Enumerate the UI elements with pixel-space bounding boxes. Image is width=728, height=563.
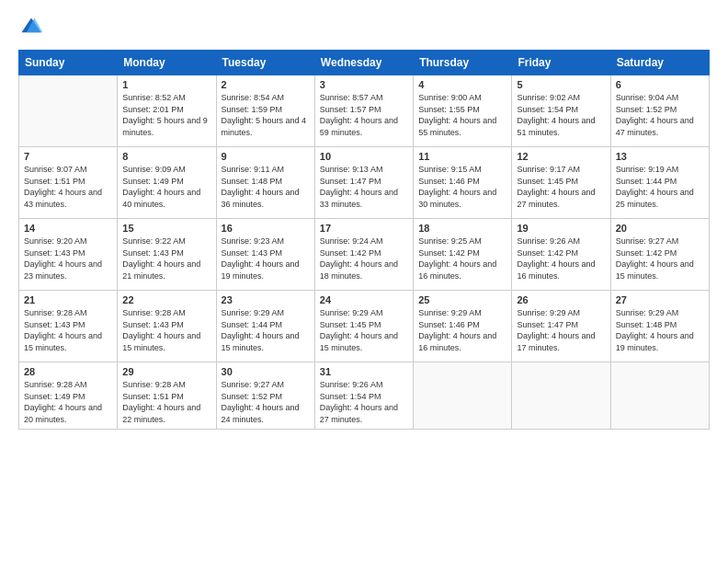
calendar-cell: 17Sunrise: 9:24 AMSunset: 1:42 PMDayligh…	[314, 219, 413, 291]
calendar-cell: 9Sunrise: 9:11 AMSunset: 1:48 PMDaylight…	[216, 147, 314, 219]
calendar-day-header: Monday	[118, 51, 216, 75]
cell-info: Sunrise: 8:57 AMSunset: 1:57 PMDaylight:…	[320, 92, 408, 138]
calendar-cell: 11Sunrise: 9:15 AMSunset: 1:46 PMDayligh…	[414, 147, 512, 219]
cell-info: Sunrise: 9:27 AMSunset: 1:52 PMDaylight:…	[222, 379, 310, 425]
day-number: 5	[517, 79, 605, 90]
calendar-day-header: Sunday	[19, 51, 118, 75]
calendar-cell: 24Sunrise: 9:29 AMSunset: 1:45 PMDayligh…	[314, 291, 413, 362]
cell-info: Sunrise: 9:17 AMSunset: 1:45 PMDaylight:…	[517, 164, 605, 210]
cell-info: Sunrise: 9:22 AMSunset: 1:43 PMDaylight:…	[122, 236, 210, 282]
day-number: 19	[517, 223, 605, 234]
calendar-week-row: 14Sunrise: 9:20 AMSunset: 1:43 PMDayligh…	[19, 219, 710, 291]
cell-info: Sunrise: 9:25 AMSunset: 1:42 PMDaylight:…	[418, 236, 506, 282]
calendar-cell: 13Sunrise: 9:19 AMSunset: 1:44 PMDayligh…	[610, 147, 709, 219]
day-number: 31	[320, 366, 408, 377]
calendar-cell: 19Sunrise: 9:26 AMSunset: 1:42 PMDayligh…	[512, 219, 610, 291]
day-number: 26	[517, 294, 605, 305]
logo-icon	[18, 15, 44, 40]
day-number: 20	[616, 223, 704, 234]
cell-info: Sunrise: 9:15 AMSunset: 1:46 PMDaylight:…	[418, 164, 506, 210]
cell-info: Sunrise: 9:13 AMSunset: 1:47 PMDaylight:…	[320, 164, 408, 210]
calendar-cell: 20Sunrise: 9:27 AMSunset: 1:42 PMDayligh…	[610, 219, 709, 291]
cell-info: Sunrise: 9:20 AMSunset: 1:43 PMDaylight:…	[24, 236, 112, 282]
cell-info: Sunrise: 8:52 AMSunset: 2:01 PMDaylight:…	[122, 92, 210, 138]
logo	[18, 15, 48, 40]
calendar-cell: 7Sunrise: 9:07 AMSunset: 1:51 PMDaylight…	[19, 147, 118, 219]
calendar-week-row: 7Sunrise: 9:07 AMSunset: 1:51 PMDaylight…	[19, 147, 710, 219]
day-number: 10	[320, 151, 408, 162]
calendar-cell: 29Sunrise: 9:28 AMSunset: 1:51 PMDayligh…	[118, 362, 216, 430]
calendar-cell: 15Sunrise: 9:22 AMSunset: 1:43 PMDayligh…	[118, 219, 216, 291]
calendar-cell: 3Sunrise: 8:57 AMSunset: 1:57 PMDaylight…	[314, 75, 413, 147]
day-number: 11	[418, 151, 506, 162]
calendar-cell	[414, 362, 512, 430]
calendar-day-header: Saturday	[610, 51, 709, 75]
calendar-cell	[19, 75, 118, 147]
calendar-cell: 2Sunrise: 8:54 AMSunset: 1:59 PMDaylight…	[216, 75, 314, 147]
cell-info: Sunrise: 9:29 AMSunset: 1:45 PMDaylight:…	[320, 307, 408, 353]
calendar-cell: 5Sunrise: 9:02 AMSunset: 1:54 PMDaylight…	[512, 75, 610, 147]
calendar-table: SundayMondayTuesdayWednesdayThursdayFrid…	[18, 50, 710, 430]
cell-info: Sunrise: 9:24 AMSunset: 1:42 PMDaylight:…	[320, 236, 408, 282]
day-number: 3	[320, 79, 408, 90]
calendar-cell: 31Sunrise: 9:26 AMSunset: 1:54 PMDayligh…	[314, 362, 413, 430]
cell-info: Sunrise: 9:28 AMSunset: 1:43 PMDaylight:…	[122, 307, 210, 353]
day-number: 13	[616, 151, 704, 162]
calendar-cell: 23Sunrise: 9:29 AMSunset: 1:44 PMDayligh…	[216, 291, 314, 362]
cell-info: Sunrise: 9:26 AMSunset: 1:54 PMDaylight:…	[320, 379, 408, 425]
calendar-day-header: Friday	[512, 51, 610, 75]
cell-info: Sunrise: 9:29 AMSunset: 1:47 PMDaylight:…	[517, 307, 605, 353]
cell-info: Sunrise: 9:04 AMSunset: 1:52 PMDaylight:…	[616, 92, 704, 138]
calendar-cell: 18Sunrise: 9:25 AMSunset: 1:42 PMDayligh…	[414, 219, 512, 291]
calendar-cell: 8Sunrise: 9:09 AMSunset: 1:49 PMDaylight…	[118, 147, 216, 219]
cell-info: Sunrise: 9:09 AMSunset: 1:49 PMDaylight:…	[122, 164, 210, 210]
cell-info: Sunrise: 9:28 AMSunset: 1:49 PMDaylight:…	[24, 379, 112, 425]
calendar-cell: 26Sunrise: 9:29 AMSunset: 1:47 PMDayligh…	[512, 291, 610, 362]
day-number: 12	[517, 151, 605, 162]
day-number: 2	[222, 79, 310, 90]
calendar-cell: 4Sunrise: 9:00 AMSunset: 1:55 PMDaylight…	[414, 75, 512, 147]
calendar-cell: 28Sunrise: 9:28 AMSunset: 1:49 PMDayligh…	[19, 362, 118, 430]
day-number: 17	[320, 223, 408, 234]
calendar-cell: 12Sunrise: 9:17 AMSunset: 1:45 PMDayligh…	[512, 147, 610, 219]
day-number: 15	[122, 223, 210, 234]
day-number: 9	[222, 151, 310, 162]
day-number: 14	[24, 223, 112, 234]
calendar-cell: 22Sunrise: 9:28 AMSunset: 1:43 PMDayligh…	[118, 291, 216, 362]
calendar-cell	[512, 362, 610, 430]
calendar-cell: 6Sunrise: 9:04 AMSunset: 1:52 PMDaylight…	[610, 75, 709, 147]
day-number: 30	[222, 366, 310, 377]
cell-info: Sunrise: 9:02 AMSunset: 1:54 PMDaylight:…	[517, 92, 605, 138]
header	[18, 15, 710, 40]
cell-info: Sunrise: 9:29 AMSunset: 1:44 PMDaylight:…	[222, 307, 310, 353]
calendar-cell: 21Sunrise: 9:28 AMSunset: 1:43 PMDayligh…	[19, 291, 118, 362]
cell-info: Sunrise: 9:28 AMSunset: 1:43 PMDaylight:…	[24, 307, 112, 353]
day-number: 8	[122, 151, 210, 162]
day-number: 29	[122, 366, 210, 377]
calendar-cell: 25Sunrise: 9:29 AMSunset: 1:46 PMDayligh…	[414, 291, 512, 362]
cell-info: Sunrise: 9:26 AMSunset: 1:42 PMDaylight:…	[517, 236, 605, 282]
day-number: 21	[24, 294, 112, 305]
calendar-day-header: Tuesday	[216, 51, 314, 75]
day-number: 7	[24, 151, 112, 162]
day-number: 23	[222, 294, 310, 305]
cell-info: Sunrise: 9:23 AMSunset: 1:43 PMDaylight:…	[222, 236, 310, 282]
cell-info: Sunrise: 8:54 AMSunset: 1:59 PMDaylight:…	[222, 92, 310, 138]
calendar-week-row: 1Sunrise: 8:52 AMSunset: 2:01 PMDaylight…	[19, 75, 710, 147]
day-number: 28	[24, 366, 112, 377]
day-number: 6	[616, 79, 704, 90]
calendar-cell	[610, 362, 709, 430]
cell-info: Sunrise: 9:27 AMSunset: 1:42 PMDaylight:…	[616, 236, 704, 282]
calendar-week-row: 21Sunrise: 9:28 AMSunset: 1:43 PMDayligh…	[19, 291, 710, 362]
cell-info: Sunrise: 9:29 AMSunset: 1:46 PMDaylight:…	[418, 307, 506, 353]
calendar-week-row: 28Sunrise: 9:28 AMSunset: 1:49 PMDayligh…	[19, 362, 710, 430]
cell-info: Sunrise: 9:19 AMSunset: 1:44 PMDaylight:…	[616, 164, 704, 210]
calendar-cell: 30Sunrise: 9:27 AMSunset: 1:52 PMDayligh…	[216, 362, 314, 430]
day-number: 25	[418, 294, 506, 305]
calendar-cell: 16Sunrise: 9:23 AMSunset: 1:43 PMDayligh…	[216, 219, 314, 291]
calendar-cell: 1Sunrise: 8:52 AMSunset: 2:01 PMDaylight…	[118, 75, 216, 147]
day-number: 1	[122, 79, 210, 90]
cell-info: Sunrise: 9:29 AMSunset: 1:48 PMDaylight:…	[616, 307, 704, 353]
calendar-day-header: Wednesday	[314, 51, 413, 75]
calendar-cell: 27Sunrise: 9:29 AMSunset: 1:48 PMDayligh…	[610, 291, 709, 362]
